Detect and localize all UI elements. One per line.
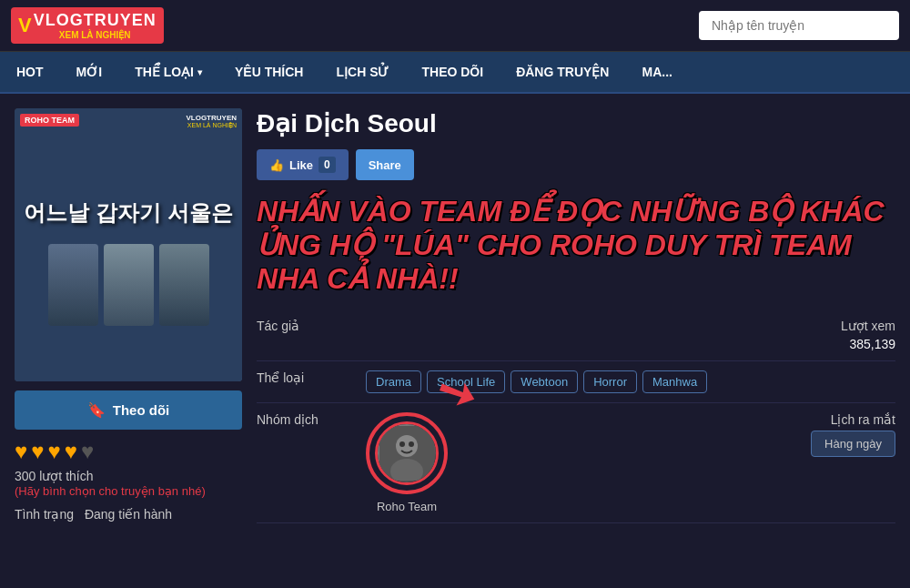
nav-theloai[interactable]: THỂ LOẠI ▾ bbox=[118, 52, 218, 92]
cover-inner: ROHO TEAM VLOGTRUYEN XEM LÀ NGHIỆN 어느날 갑… bbox=[15, 108, 242, 381]
bookmark-icon: 🔖 bbox=[87, 401, 106, 419]
tag-drama[interactable]: Drama bbox=[366, 370, 421, 393]
tag-manhwa[interactable]: Manhwa bbox=[642, 370, 707, 393]
like-count: 0 bbox=[318, 157, 336, 173]
share-button[interactable]: Share bbox=[356, 149, 414, 180]
chevron-down-icon: ▾ bbox=[197, 67, 202, 77]
nav-theodoi[interactable]: THEO DÕI bbox=[405, 52, 500, 92]
right-panel: Đại Dịch Seoul 👍 Like 0 Share NHẤN VÀO T… bbox=[257, 108, 895, 523]
group-release-row: Nhóm dịch ➘ bbox=[257, 403, 895, 523]
author-views-row: Tác giả Lượt xem 385,139 bbox=[257, 309, 895, 361]
cover-title-korean: 어느날 갑자기 서울은 bbox=[15, 164, 241, 236]
follow-button[interactable]: 🔖 Theo dõi bbox=[15, 390, 242, 430]
header: V VLOGTRUYEN XEM LÀ NGHIỆN bbox=[0, 0, 910, 52]
nav-moi[interactable]: MỚI bbox=[60, 52, 119, 92]
group-avatar-circle[interactable] bbox=[366, 412, 448, 494]
star-2[interactable]: ♥ bbox=[31, 439, 44, 464]
logo-box: V VLOGTRUYEN XEM LÀ NGHIỆN bbox=[11, 7, 164, 44]
avatar-image bbox=[378, 424, 436, 482]
star-1[interactable]: ♥ bbox=[15, 439, 27, 464]
views-label: Lượt xem bbox=[841, 319, 895, 333]
group-section[interactable]: Roho Team bbox=[366, 412, 448, 513]
nav-lichsu[interactable]: LỊCH SỬ bbox=[319, 52, 405, 92]
tag-horror[interactable]: Horror bbox=[583, 370, 637, 393]
follow-button-label: Theo dõi bbox=[113, 402, 170, 418]
vote-info: 300 lượt thích (Hãy bình chọn cho truyện… bbox=[15, 468, 242, 498]
avatar-svg bbox=[379, 426, 434, 481]
tag-webtoon[interactable]: Webtoon bbox=[511, 370, 578, 393]
group-avatar bbox=[375, 421, 439, 485]
nav-ma[interactable]: MA... bbox=[625, 52, 688, 92]
like-label: Like bbox=[289, 158, 313, 172]
main-content: ROHO TEAM VLOGTRUYEN XEM LÀ NGHIỆN 어느날 갑… bbox=[0, 94, 910, 538]
character-2 bbox=[104, 244, 154, 326]
logo[interactable]: V VLOGTRUYEN XEM LÀ NGHIỆN bbox=[11, 7, 164, 44]
group-name: Roho Team bbox=[377, 500, 437, 513]
svg-point-4 bbox=[409, 441, 414, 447]
thumbs-up-icon: 👍 bbox=[269, 158, 284, 172]
cover-image: ROHO TEAM VLOGTRUYEN XEM LÀ NGHIỆN 어느날 갑… bbox=[15, 108, 242, 381]
views-group: Lượt xem 385,139 bbox=[841, 319, 895, 351]
action-buttons: 👍 Like 0 Share bbox=[257, 149, 895, 180]
star-5-empty[interactable]: ♥ bbox=[81, 439, 94, 464]
vote-count: 300 lượt thích bbox=[15, 469, 94, 483]
character-3 bbox=[159, 244, 209, 326]
left-panel: ROHO TEAM VLOGTRUYEN XEM LÀ NGHIỆN 어느날 갑… bbox=[15, 108, 242, 523]
views-value: 385,139 bbox=[849, 337, 895, 351]
logo-sub-text: XEM LÀ NGHIỆN bbox=[34, 30, 157, 40]
content-wrapper: ROHO TEAM VLOGTRUYEN XEM LÀ NGHIỆN 어느날 갑… bbox=[15, 108, 895, 523]
status-row: Tình trạng Đang tiến hành bbox=[15, 507, 242, 522]
star-4[interactable]: ♥ bbox=[65, 439, 77, 464]
nav-hot[interactable]: HOT bbox=[0, 52, 60, 92]
genre-label: Thể loại bbox=[257, 370, 366, 385]
svg-point-3 bbox=[399, 441, 405, 447]
logo-text-group: VLOGTRUYEN XEM LÀ NGHIỆN bbox=[34, 11, 157, 40]
group-label: Nhóm dịch bbox=[257, 412, 366, 427]
nav-dangtuyen[interactable]: ĐĂNG TRUYỆN bbox=[500, 52, 625, 92]
status-label: Tình trạng bbox=[15, 507, 74, 522]
status-value: Đang tiến hành bbox=[85, 507, 172, 522]
genre-tags: Drama School Life Webtoon Horror Manhwa bbox=[366, 370, 707, 393]
cover-characters bbox=[48, 244, 209, 326]
release-label: Lịch ra mắt bbox=[831, 412, 895, 427]
manga-title: Đại Dịch Seoul bbox=[257, 108, 895, 138]
search-input[interactable] bbox=[699, 11, 899, 40]
logo-main-text: VLOGTRUYEN bbox=[34, 11, 157, 29]
cover-watermark: VLOGTRUYEN XEM LÀ NGHIỆN bbox=[186, 114, 237, 129]
navigation: HOT MỚI THỂ LOẠI ▾ YÊU THÍCH LỊCH SỬ THE… bbox=[0, 52, 910, 94]
overlay-promo-text: NHẤN VÀO TEAM ĐỂ ĐỌC NHỮNG BỘ KHÁC ỦNG H… bbox=[257, 195, 895, 295]
character-1 bbox=[48, 244, 98, 326]
star-rating[interactable]: ♥ ♥ ♥ ♥ ♥ bbox=[15, 439, 242, 464]
genre-row: Thể loại Drama School Life Webtoon Horro… bbox=[257, 361, 895, 403]
release-group: Lịch ra mắt Hàng ngày bbox=[811, 412, 895, 457]
nav-yeuthich[interactable]: YÊU THÍCH bbox=[218, 52, 319, 92]
group-section-wrapper: ➘ bbox=[366, 412, 448, 513]
logo-v-icon: V bbox=[18, 14, 32, 37]
star-3[interactable]: ♥ bbox=[48, 439, 61, 464]
release-value: Hàng ngày bbox=[811, 431, 895, 457]
author-label: Tác giả bbox=[257, 319, 366, 333]
vote-hint: (Hãy bình chọn cho truyện bạn nhé) bbox=[15, 484, 242, 498]
cover-badge: ROHO TEAM bbox=[20, 114, 79, 127]
like-button[interactable]: 👍 Like 0 bbox=[257, 149, 349, 180]
